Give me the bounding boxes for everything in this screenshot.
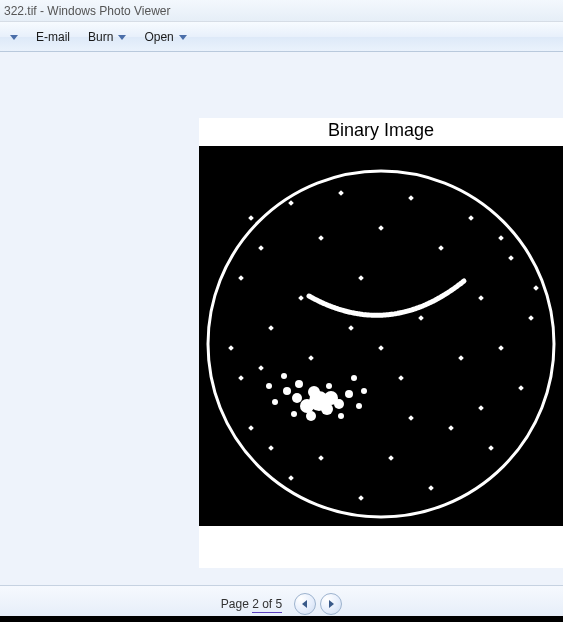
svg-point-14 <box>345 390 353 398</box>
svg-point-6 <box>300 399 314 413</box>
toolbar-item-label: Burn <box>88 30 113 44</box>
svg-point-23 <box>361 388 367 394</box>
image-content <box>199 146 563 526</box>
svg-marker-0 <box>10 35 18 40</box>
page-indicator: Page 2 of 5 <box>221 597 282 611</box>
svg-point-22 <box>281 373 287 379</box>
window-title: 322.tif - Windows Photo Viewer <box>4 4 171 18</box>
toolbar: E-mail Burn Open <box>0 22 563 52</box>
svg-point-24 <box>351 375 357 381</box>
svg-point-20 <box>338 413 344 419</box>
triangle-right-icon <box>326 599 336 609</box>
svg-marker-2 <box>179 35 187 40</box>
svg-point-10 <box>292 393 302 403</box>
nav-button-group <box>294 593 342 615</box>
svg-point-19 <box>291 411 297 417</box>
toolbar-leading-dropdown[interactable] <box>10 33 18 41</box>
svg-marker-1 <box>118 35 126 40</box>
image-title: Binary Image <box>199 118 563 146</box>
binary-image-graphic <box>199 146 563 526</box>
footer-black-strip <box>0 616 563 622</box>
svg-point-11 <box>334 399 344 409</box>
svg-point-16 <box>272 399 278 405</box>
toolbar-item-label: Open <box>144 30 173 44</box>
svg-point-15 <box>295 380 303 388</box>
toolbar-burn[interactable]: Burn <box>88 30 126 44</box>
svg-point-12 <box>306 411 316 421</box>
window-titlebar: 322.tif - Windows Photo Viewer <box>0 0 563 22</box>
page-of: of <box>259 597 276 611</box>
svg-point-18 <box>326 383 332 389</box>
triangle-left-icon <box>300 599 310 609</box>
toolbar-item-label: E-mail <box>36 30 70 44</box>
page-total: 5 <box>276 597 283 611</box>
chevron-down-icon <box>118 33 126 41</box>
chevron-down-icon <box>179 33 187 41</box>
page-current: 2 <box>252 597 259 611</box>
chevron-down-icon <box>10 33 18 41</box>
svg-marker-66 <box>329 600 334 608</box>
toolbar-email[interactable]: E-mail <box>36 30 70 44</box>
svg-point-17 <box>356 403 362 409</box>
svg-point-21 <box>266 383 272 389</box>
image-preview: Binary Image <box>199 118 563 568</box>
footer-bar: Page 2 of 5 <box>0 585 563 622</box>
svg-point-9 <box>321 403 333 415</box>
svg-point-8 <box>308 386 320 398</box>
svg-marker-65 <box>302 600 307 608</box>
toolbar-open[interactable]: Open <box>144 30 186 44</box>
svg-point-13 <box>283 387 291 395</box>
svg-rect-3 <box>199 146 563 526</box>
page-label-prefix: Page <box>221 597 252 611</box>
next-page-button[interactable] <box>320 593 342 615</box>
prev-page-button[interactable] <box>294 593 316 615</box>
viewer-area: Binary Image <box>0 52 563 585</box>
